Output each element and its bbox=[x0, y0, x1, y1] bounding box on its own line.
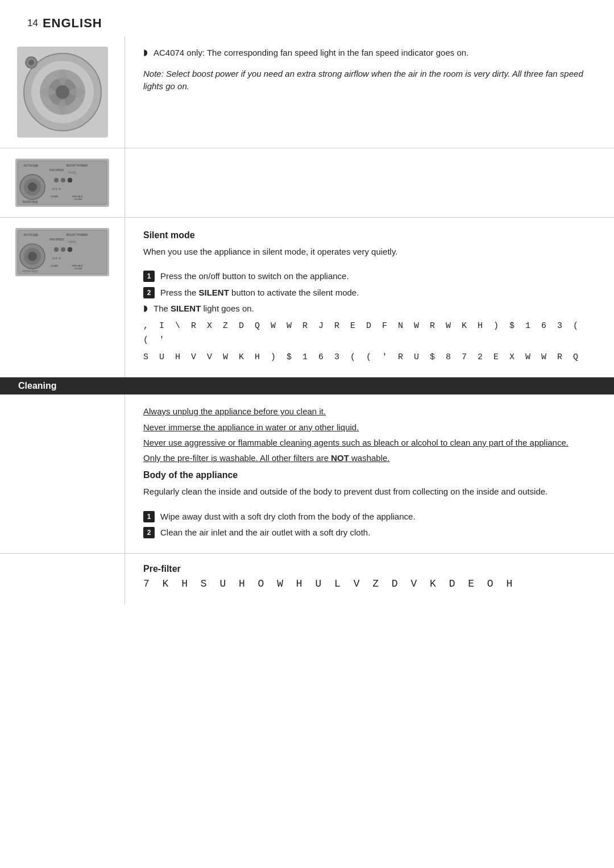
pre-filter-heading: Pre-filter bbox=[143, 564, 596, 574]
svg-text:CLEAN: CLEAN bbox=[51, 264, 58, 267]
svg-point-7 bbox=[28, 60, 34, 65]
svg-text:· AUTO/自動 ·: · AUTO/自動 · bbox=[22, 233, 39, 236]
body-step-2: 2 Clean the air inlet and the air outlet… bbox=[143, 526, 596, 539]
svg-point-5 bbox=[56, 85, 69, 99]
svg-point-36 bbox=[61, 247, 65, 252]
not-bold: NOT bbox=[331, 453, 349, 463]
body-step-2-text: Clean the air inlet and the air outlet w… bbox=[160, 526, 370, 539]
pre-filter-section: Pre-filter 7 K H S U H O W H U L V Z D V… bbox=[0, 554, 614, 605]
step-1-number: 1 bbox=[143, 271, 155, 282]
step-2-number: 2 bbox=[143, 287, 155, 298]
silent-light-text: The SILENT light goes on. bbox=[154, 302, 254, 315]
silent-mode-image-col: · AUTO/自動 · BOOST POWER FAN SPEED ⊙ ⊙ ⊙ … bbox=[0, 218, 125, 377]
boost-note: Note: Select boost power if you need an … bbox=[143, 68, 596, 93]
page: 14 ENGLISH bbox=[0, 0, 614, 868]
svg-text:单层通: 单层通 bbox=[69, 171, 76, 174]
svg-text:· AUTO/自動 ·: · AUTO/自動 · bbox=[22, 164, 39, 167]
svg-text:· SILENT/静音: · SILENT/静音 bbox=[21, 269, 38, 273]
body-section-intro: Regularly clean the inside and outside o… bbox=[143, 485, 596, 498]
silent-mode-heading: Silent mode bbox=[143, 230, 596, 240]
cleaning-image-placeholder bbox=[0, 394, 125, 553]
silent-step-1: 1 Press the on/off button to switch on t… bbox=[143, 270, 596, 283]
warning-3: Never use aggressive or flammable cleani… bbox=[143, 436, 596, 449]
svg-point-15 bbox=[28, 182, 37, 192]
body-step-1-number: 1 bbox=[143, 511, 155, 522]
silent-mode-section: · AUTO/自動 · BOOST POWER FAN SPEED ⊙ ⊙ ⊙ … bbox=[0, 218, 614, 377]
pre-filter-text-col: Pre-filter 7 K H S U H O W H U L V Z D V… bbox=[125, 554, 614, 605]
svg-point-35 bbox=[54, 247, 59, 252]
cleaning-text-col: Always unplug the appliance before you c… bbox=[125, 394, 614, 553]
body-step-1-text: Wipe away dust with a soft dry cloth fro… bbox=[160, 510, 416, 524]
svg-text:BOOST POWER: BOOST POWER bbox=[67, 164, 88, 167]
fan-speed-text-col: ◗ AC4074 only: The corresponding fan spe… bbox=[125, 36, 614, 148]
body-step-2-number: 2 bbox=[143, 527, 155, 538]
svg-text:FILTER: FILTER bbox=[74, 198, 82, 201]
svg-text:」: 」 bbox=[75, 240, 79, 244]
bullet-arrow-icon: ◗ bbox=[143, 47, 148, 57]
step-2-text: Press the SILENT button to activate the … bbox=[160, 286, 359, 300]
svg-point-18 bbox=[68, 178, 72, 182]
cleaning-heading-bar: Cleaning bbox=[0, 377, 614, 394]
pre-filter-encoded-text: 7 K H S U H O W H U L V Z D V K D E O H bbox=[143, 576, 596, 592]
control-panel-section: · AUTO/自動 · BOOST POWER FAN SPEED ⊙ ⊙ ⊙ bbox=[0, 148, 614, 218]
svg-text:」: 」 bbox=[75, 171, 79, 175]
page-header: 14 ENGLISH bbox=[0, 0, 614, 36]
svg-text:FAN SPEED: FAN SPEED bbox=[49, 238, 64, 241]
svg-text:FAN SPEED: FAN SPEED bbox=[49, 169, 64, 172]
encoded-line-2: S U H V V W K H ) $ 1 6 3 ( ( ' R U $ 8 … bbox=[143, 350, 596, 365]
body-section-heading: Body of the appliance bbox=[143, 470, 596, 480]
svg-point-17 bbox=[61, 178, 65, 182]
warning-4: Only the pre-filter is washable. All oth… bbox=[143, 451, 596, 464]
svg-text:⊙ ⊙ ⊙: ⊙ ⊙ ⊙ bbox=[52, 187, 61, 190]
svg-text:FILTER: FILTER bbox=[74, 267, 82, 270]
fan-speed-image-col bbox=[0, 36, 125, 148]
svg-point-34 bbox=[28, 252, 37, 261]
page-title: ENGLISH bbox=[43, 16, 102, 31]
warning-2: Never immerse the appliance in water or … bbox=[143, 421, 596, 434]
step-1-text: Press the on/off button to switch on the… bbox=[160, 270, 349, 283]
body-of-appliance-section: Body of the appliance Regularly clean th… bbox=[143, 470, 596, 539]
svg-point-16 bbox=[54, 178, 59, 182]
cleaning-heading-text: Cleaning bbox=[18, 381, 57, 391]
encoded-text-block: , I \ R X Z D Q W W R J R E D F N W R W … bbox=[143, 319, 596, 365]
ac4074-bullet: ◗ AC4074 only: The corresponding fan spe… bbox=[143, 47, 596, 60]
page-number: 14 bbox=[27, 18, 38, 29]
svg-text:BOOST POWER: BOOST POWER bbox=[67, 233, 88, 236]
silent-step-2: 2 Press the SILENT button to activate th… bbox=[143, 286, 596, 300]
fan-speed-section: ◗ AC4074 only: The corresponding fan spe… bbox=[0, 36, 614, 148]
silent-panel-image: · AUTO/自動 · BOOST POWER FAN SPEED ⊙ ⊙ ⊙ … bbox=[15, 228, 109, 276]
encoded-line-1: , I \ R X Z D Q W W R J R E D F N W R W … bbox=[143, 319, 596, 348]
svg-text:单层通: 单层通 bbox=[69, 240, 76, 243]
control-panel-image-col: · AUTO/自動 · BOOST POWER FAN SPEED ⊙ ⊙ ⊙ bbox=[0, 148, 125, 217]
pre-filter-image-placeholder bbox=[0, 554, 125, 605]
silent-light-bullet: ◗ The SILENT light goes on. bbox=[143, 302, 596, 315]
svg-text:CLEAN: CLEAN bbox=[51, 195, 58, 198]
silent-mode-text-col: Silent mode When you use the appliance i… bbox=[125, 218, 614, 377]
empty-right-col bbox=[125, 148, 614, 217]
device-image bbox=[17, 47, 108, 138]
svg-text:⊙ ⊙ ⊙: ⊙ ⊙ ⊙ bbox=[52, 256, 61, 260]
content-area: ◗ AC4074 only: The corresponding fan spe… bbox=[0, 36, 614, 868]
control-panel-image: · AUTO/自動 · BOOST POWER FAN SPEED ⊙ ⊙ ⊙ bbox=[15, 159, 109, 207]
silent-mode-intro: When you use the appliance in silent mod… bbox=[143, 245, 596, 258]
body-step-1: 1 Wipe away dust with a soft dry cloth f… bbox=[143, 510, 596, 524]
svg-text:· SILENT/静音: · SILENT/静音 bbox=[21, 200, 38, 203]
warning-1: Always unplug the appliance before you c… bbox=[143, 405, 596, 418]
silent-bullet-arrow-icon: ◗ bbox=[143, 303, 148, 313]
ac4074-text: AC4074 only: The corresponding fan speed… bbox=[154, 47, 468, 60]
cleaning-section: Always unplug the appliance before you c… bbox=[0, 394, 614, 553]
svg-point-37 bbox=[68, 247, 72, 252]
